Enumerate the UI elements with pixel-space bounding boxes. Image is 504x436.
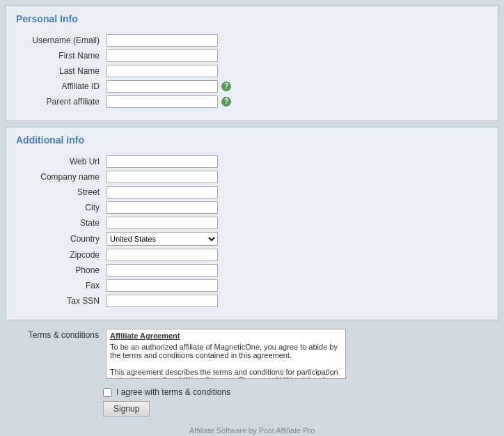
personal-info-title: Personal Info	[16, 13, 488, 27]
agree-row: I agree with terms & conditions	[103, 387, 498, 397]
parentaffiliate-label: Parent affiliate	[16, 97, 107, 107]
signup-row: Signup	[103, 401, 498, 416]
country-label: Country	[16, 234, 107, 244]
phone-input[interactable]	[107, 264, 218, 277]
country-row: Country United StatesCanadaUnited Kingdo…	[16, 232, 488, 246]
firstname-row: First Name	[16, 49, 488, 62]
weburl-label: Web Url	[16, 157, 107, 166]
city-row: City	[16, 201, 488, 214]
zipcode-row: Zipcode	[16, 249, 488, 261]
companyname-label: Company name	[16, 172, 107, 182]
state-row: State	[16, 217, 488, 229]
fax-label: Fax	[16, 281, 107, 290]
taxssn-label: Tax SSN	[16, 296, 107, 306]
page-wrapper: Personal Info Username (Email) First Nam…	[0, 6, 504, 436]
fax-row: Fax	[16, 279, 488, 292]
fax-input[interactable]	[107, 279, 218, 292]
terms-section: Terms & conditions Affiliate Agreement T…	[6, 326, 498, 382]
street-input[interactable]	[107, 186, 218, 198]
companyname-row: Company name	[16, 171, 488, 183]
web-url-input[interactable]	[107, 155, 218, 168]
street-row: Street	[16, 186, 488, 198]
affiliateid-row: Affiliate ID ?	[16, 80, 488, 93]
terms-title: Affiliate Agreement	[110, 332, 342, 340]
affiliate-id-input[interactable]	[107, 80, 218, 93]
parent-affiliate-input[interactable]	[107, 95, 218, 108]
additional-info-section: Additional info Web Url Company name Str…	[6, 127, 498, 320]
agree-label: I agree with terms & conditions	[116, 387, 230, 397]
terms-body: To be an authorized affiliate of Magneti…	[110, 343, 342, 379]
zipcode-input[interactable]	[107, 249, 218, 261]
affiliateid-label: Affiliate ID	[16, 81, 107, 91]
city-label: City	[16, 203, 107, 212]
city-input[interactable]	[107, 201, 218, 214]
company-name-input[interactable]	[107, 171, 218, 183]
footer: Affiliate Software by Post Affiliate Pro	[0, 422, 504, 436]
phone-label: Phone	[16, 265, 107, 275]
personal-info-section: Personal Info Username (Email) First Nam…	[6, 6, 498, 121]
agree-checkbox[interactable]	[103, 388, 112, 397]
country-select[interactable]: United StatesCanadaUnited KingdomAustral…	[107, 232, 218, 246]
state-label: State	[16, 218, 107, 228]
footer-text: Affiliate Software by Post Affiliate Pro	[189, 426, 315, 435]
terms-label: Terms & conditions	[15, 329, 106, 340]
parentaffiliate-row: Parent affiliate ?	[16, 95, 488, 108]
weburl-row: Web Url	[16, 155, 488, 168]
username-row: Username (Email)	[16, 34, 488, 47]
username-email-input[interactable]	[107, 34, 218, 47]
signup-button[interactable]: Signup	[103, 401, 150, 416]
taxssn-row: Tax SSN	[16, 295, 488, 307]
lastname-row: Last Name	[16, 65, 488, 77]
street-label: Street	[16, 187, 107, 197]
zipcode-label: Zipcode	[16, 250, 107, 260]
additional-info-title: Additional info	[16, 134, 488, 148]
state-input[interactable]	[107, 217, 218, 229]
tax-ssn-input[interactable]	[107, 295, 218, 307]
firstname-label: First Name	[16, 51, 107, 61]
last-name-input[interactable]	[107, 65, 218, 77]
lastname-label: Last Name	[16, 66, 107, 76]
affiliateid-help-icon[interactable]: ?	[221, 81, 231, 91]
phone-row: Phone	[16, 264, 488, 277]
first-name-input[interactable]	[107, 49, 218, 62]
username-label: Username (Email)	[16, 36, 107, 45]
parentaffiliate-help-icon[interactable]: ?	[221, 97, 231, 107]
terms-content-box[interactable]: Affiliate Agreement To be an authorized …	[106, 329, 346, 379]
